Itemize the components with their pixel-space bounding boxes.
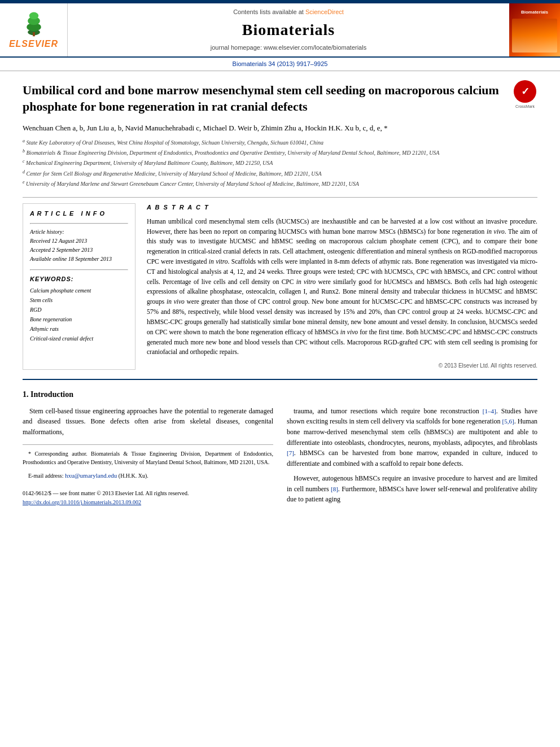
footnote-star: * Corresponding author. Biomaterials & T… [23, 449, 273, 466]
article-title: Umbilical cord and bone marrow mesenchym… [23, 82, 504, 115]
abstract-text: Human umbilical cord mesenchymal stem ce… [147, 217, 537, 357]
crossmark-badge[interactable]: CrossMark [513, 82, 537, 107]
bottom-bar-info: 0142-9612/$ — see front matter © 2013 El… [23, 489, 273, 507]
journal-header-center: Contents lists available at ScienceDirec… [68, 3, 509, 56]
affiliation-d: d Center for Stem Cell Biology and Regen… [23, 169, 537, 178]
journal-title: Biomaterials [242, 19, 335, 41]
journal-cover: Biomaterials [509, 3, 560, 56]
affiliation-a: a State Key Laboratory of Oral Diseases,… [23, 138, 537, 147]
keywords-list: Calcium phosphate cement Stem cells RGD … [30, 286, 128, 343]
article-history-label: Article history: [30, 228, 128, 237]
intro-right-para1: trauma, and tumor resections which requi… [287, 406, 537, 469]
doi-line[interactable]: http://dx.doi.org/10.1016/j.biomaterials… [23, 498, 273, 507]
affiliations: a State Key Laboratory of Oral Diseases,… [23, 138, 537, 189]
keywords-section: Keywords: Calcium phosphate cement Stem … [30, 275, 128, 343]
keyword-6: Critical-sized cranial defect [30, 334, 128, 343]
keyword-3: RGD [30, 305, 128, 314]
intro-right-col: trauma, and tumor resections which requi… [287, 406, 537, 509]
issn-line: 0142-9612/$ — see front matter © 2013 El… [23, 489, 273, 498]
affiliation-b: b Biomaterials & Tissue Engineering Divi… [23, 148, 537, 157]
footnote-section: * Corresponding author. Biomaterials & T… [23, 444, 273, 480]
keyword-2: Stem cells [30, 295, 128, 305]
main-content: Umbilical cord and bone marrow mesenchym… [0, 71, 560, 521]
article-info-abstract-section: A R T I C L E I N F O Article history: R… [23, 203, 537, 370]
article-title-section: Umbilical cord and bone marrow mesenchym… [23, 82, 537, 115]
footnote-email-link[interactable]: hxu@umaryland.edu [65, 472, 117, 479]
info-divider [30, 223, 128, 224]
reference-line: Biomaterials 34 (2013) 9917–9925 [0, 58, 560, 71]
intro-right-para2: However, autogenous hBMSCs require an in… [287, 473, 537, 505]
copyright-line: © 2013 Elsevier Ltd. All rights reserved… [147, 362, 537, 370]
svg-rect-4 [33, 32, 35, 36]
info-divider-2 [30, 269, 128, 270]
abstract-header: A B S T R A C T [147, 203, 537, 212]
article-history: Article history: Received 12 August 2013… [30, 228, 128, 264]
divider-1 [23, 197, 537, 198]
available-date: Available online 18 September 2013 [30, 255, 128, 264]
footnote-email: E-mail address: hxu@umaryland.edu (H.H.K… [23, 471, 273, 480]
ref-8[interactable]: [8] [331, 486, 338, 492]
accepted-date: Accepted 2 September 2013 [30, 246, 128, 255]
doi-link[interactable]: http://dx.doi.org/10.1016/j.biomaterials… [23, 499, 141, 505]
sciencedirect-line: Contents lists available at ScienceDirec… [233, 8, 344, 16]
keyword-1: Calcium phosphate cement [30, 286, 128, 295]
keyword-4: Bone regeneration [30, 314, 128, 324]
abstract-section: A B S T R A C T Human umbilical cord mes… [147, 203, 537, 370]
affiliation-e: e University of Maryland Marlene and Ste… [23, 179, 537, 188]
journal-homepage: journal homepage: www.elsevier.com/locat… [211, 43, 366, 52]
intro-section-title: 1. Introduction [23, 389, 537, 400]
authors-line: Wenchuan Chen a, b, Jun Liu a, b, Navid … [23, 123, 537, 133]
crossmark-label: CrossMark [515, 104, 535, 110]
cover-title: Biomaterials [521, 9, 548, 15]
keyword-5: Athymic rats [30, 324, 128, 334]
intro-two-col: Stem cell-based tissue engineering appro… [23, 406, 537, 509]
received-date: Received 12 August 2013 [30, 237, 128, 246]
keywords-header: Keywords: [30, 275, 128, 283]
elsevier-tree-icon [17, 10, 51, 38]
svg-point-3 [29, 12, 38, 19]
article-info-header: A R T I C L E I N F O [30, 209, 128, 218]
elsevier-brand-text: ELSEVIER [9, 38, 58, 50]
cover-image [512, 19, 557, 53]
intro-left-para1: Stem cell-based tissue engineering appro… [23, 406, 273, 438]
article-info-box: A R T I C L E I N F O Article history: R… [23, 203, 135, 370]
elsevier-logo: ELSEVIER [0, 3, 68, 56]
crossmark-icon [514, 80, 536, 103]
affiliation-c: c Mechanical Engineering Department, Uni… [23, 158, 537, 167]
ref-1-4[interactable]: [1–4] [483, 408, 496, 414]
sciencedirect-link[interactable]: ScienceDirect [305, 8, 344, 15]
ref-7[interactable]: [7] [287, 449, 294, 456]
journal-header: ELSEVIER Contents lists available at Sci… [0, 3, 560, 58]
divider-2 [23, 379, 537, 380]
intro-left-col: Stem cell-based tissue engineering appro… [23, 406, 273, 509]
ref-5-6[interactable]: [5,6] [502, 418, 514, 425]
